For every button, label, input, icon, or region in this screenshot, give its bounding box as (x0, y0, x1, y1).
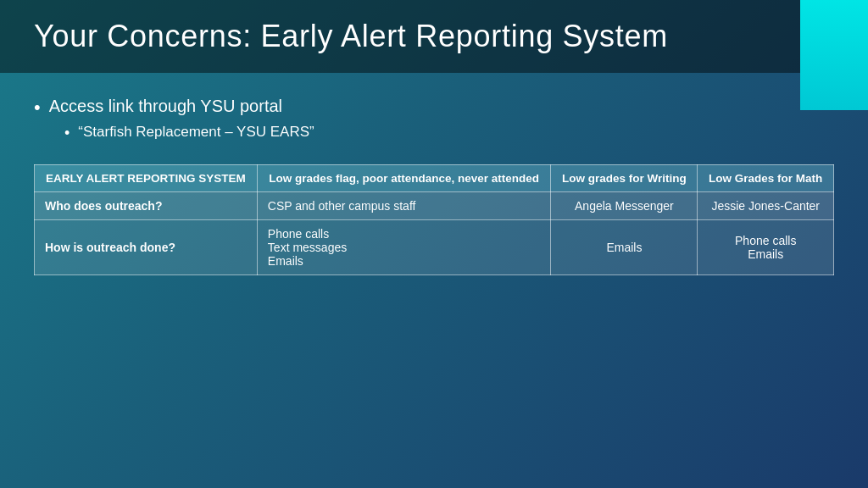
page-title: Your Concerns: Early Alert Reporting Sys… (34, 19, 766, 54)
header-col-0: EARLY ALERT REPORTING SYSTEM (35, 164, 258, 191)
row-1-col2: Emails (551, 219, 698, 274)
title-bar: Your Concerns: Early Alert Reporting Sys… (0, 0, 800, 73)
bullet-sub-item: “Starfish Replacement – YSU EARS” (64, 124, 834, 143)
bullet-main-item: Access link through YSU portal (34, 97, 834, 119)
table-row: How is outreach done? Phone calls Text m… (35, 219, 834, 274)
row-0-label: Who does outreach? (35, 191, 258, 219)
row-1-label: How is outreach done? (35, 219, 258, 274)
bullet-sub-text: “Starfish Replacement – YSU EARS” (78, 124, 314, 141)
alert-table: EARLY ALERT REPORTING SYSTEM Low grades … (34, 164, 834, 275)
table-row: Who does outreach? CSP and other campus … (35, 191, 834, 219)
header-col-3: Low Grades for Math (698, 164, 834, 191)
row-0-col1: CSP and other campus staff (257, 191, 551, 219)
header-col-2: Low grades for Writing (551, 164, 698, 191)
row-0-col3: Jessie Jones-Canter (698, 191, 834, 219)
accent-bar (800, 0, 868, 110)
row-1-col1: Phone calls Text messages Emails (257, 219, 551, 274)
row-1-col3: Phone calls Emails (698, 219, 834, 274)
table-header-row: EARLY ALERT REPORTING SYSTEM Low grades … (35, 164, 834, 191)
bullet-main-text: Access link through YSU portal (49, 97, 282, 116)
bullet-section: Access link through YSU portal “Starfish… (34, 97, 834, 144)
header-col-1: Low grades flag, poor attendance, never … (257, 164, 551, 191)
row-0-col2: Angela Messenger (551, 191, 698, 219)
main-content: Access link through YSU portal “Starfish… (0, 73, 868, 292)
